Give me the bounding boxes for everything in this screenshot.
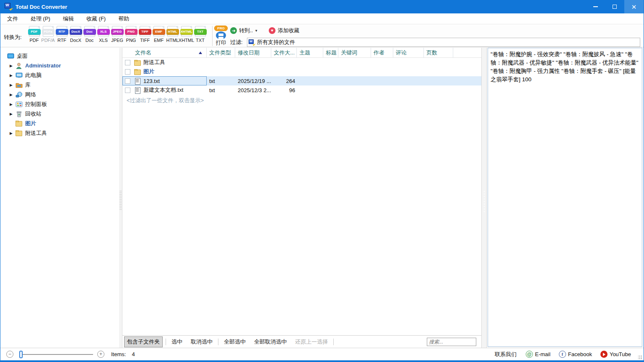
menu-favorites[interactable]: 收藏 (F) xyxy=(86,15,106,23)
tree-item-desktop[interactable]: ▶ 桌面 xyxy=(0,51,119,61)
selection-toolbar: 包含子文件夹 选中 取消选中 全部选中 全部取消选中 还原上一选择 xyxy=(122,335,481,348)
file-row-pictures[interactable]: 图片 xyxy=(122,67,481,76)
close-button[interactable]: ✕ xyxy=(624,0,644,13)
column-header-filename[interactable]: 文件名 xyxy=(122,48,207,58)
check-all-button[interactable]: 全部选中 xyxy=(221,337,248,347)
column-header-pages[interactable]: 页数 xyxy=(424,48,453,58)
filtered-files-note[interactable]: <过滤出了一些文件，双击显示> xyxy=(122,95,481,104)
maximize-button[interactable] xyxy=(605,0,624,13)
convert-xhtml-button[interactable]: XHTMLXHTML xyxy=(179,26,193,43)
computer-icon xyxy=(16,72,23,79)
convert-txt-button[interactable]: TXTTXT xyxy=(193,26,207,43)
convert-emf-button[interactable]: EMFEMF xyxy=(152,26,166,43)
menu-edit[interactable]: 编辑 xyxy=(63,15,74,23)
column-header-filetype[interactable]: 文件类型 xyxy=(207,48,235,58)
app-icon xyxy=(5,3,12,10)
folder-tree: ▶ 桌面 ▶ Administrator ▶ 此电脑 ▶ 库 ▶ xyxy=(0,48,119,348)
file-row-bundled-tools[interactable]: 附送工具 xyxy=(122,58,481,67)
text-file-icon xyxy=(134,87,141,93)
tiff-icon: TIFF xyxy=(139,29,151,35)
zoom-in-icon[interactable]: + xyxy=(97,351,104,358)
filter-combobox[interactable]: 所有支持的文件 xyxy=(247,38,640,47)
facebook-link[interactable]: fFacebook xyxy=(559,351,592,358)
column-header-comments[interactable]: 评论 xyxy=(393,48,424,58)
convert-rtf-button[interactable]: RTFRTF xyxy=(55,26,69,43)
window-bottom-border xyxy=(0,360,644,362)
convert-html-button[interactable]: HTMLHTML xyxy=(166,26,179,43)
print-button[interactable]: PRO 打印 xyxy=(214,26,228,47)
column-header-filesize[interactable]: 文件大... xyxy=(271,48,297,58)
desktop-icon xyxy=(7,53,14,59)
menu-file[interactable]: 文件 xyxy=(7,15,18,23)
png-icon: PNG xyxy=(125,29,138,35)
contact-us-link[interactable]: 联系我们 xyxy=(495,351,517,358)
items-count: 4 xyxy=(132,351,135,357)
minimize-button[interactable] xyxy=(586,0,605,13)
items-label: Items: xyxy=(111,351,126,357)
right-splitter[interactable] xyxy=(481,48,487,348)
column-header-author[interactable]: 作者 xyxy=(371,48,393,58)
tree-item-administrator[interactable]: ▶ Administrator xyxy=(0,61,119,70)
column-header-subject[interactable]: 主题 xyxy=(297,48,323,58)
resize-grip[interactable] xyxy=(638,355,642,359)
convert-png-button[interactable]: PNGPNG xyxy=(124,26,138,43)
menu-help[interactable]: 帮助 xyxy=(118,15,129,23)
network-icon xyxy=(16,91,23,98)
folder-icon xyxy=(134,59,141,66)
toolbar: 转换为: PDFPDF PDFaPDF/A RTFRTF DocXDocX Do… xyxy=(0,24,644,47)
app-window: Total Doc Converter ✕ 文件 处理 (P) 编辑 收藏 (F… xyxy=(0,0,644,362)
xls-icon: XLS xyxy=(97,29,110,35)
column-header-filler xyxy=(453,48,481,58)
row-checkbox[interactable] xyxy=(125,78,130,84)
zoom-out-icon[interactable]: − xyxy=(6,351,13,358)
tree-item-control-panel[interactable]: ▶ 控制面板 xyxy=(0,99,119,109)
youtube-icon xyxy=(600,351,608,358)
left-splitter[interactable] xyxy=(119,48,122,348)
status-bar: − + Items: 4 联系我们 @E-mail fFacebook YouT… xyxy=(0,348,644,362)
menu-process[interactable]: 处理 (P) xyxy=(31,15,50,23)
tree-item-bundled-tools[interactable]: ▶ 附送工具 xyxy=(0,128,119,138)
filter-label: 过滤: xyxy=(230,39,243,46)
youtube-link[interactable]: YouTube xyxy=(600,351,631,358)
rtf-icon: RTF xyxy=(56,29,68,35)
goto-dropdown-caret[interactable]: ▼ xyxy=(254,29,258,33)
facebook-icon: f xyxy=(559,351,566,358)
uncheck-button[interactable]: 取消选中 xyxy=(188,337,215,347)
convert-jpeg-button[interactable]: JPEGJPEG xyxy=(110,26,124,43)
html-icon: HTML xyxy=(166,29,179,35)
row-checkbox[interactable] xyxy=(125,69,130,75)
preview-pane: "卷轴：附魔护腕 - 强效突袭" "卷轴：附魔披风 - 急速" "卷轴：附魔武器… xyxy=(488,48,642,347)
zoom-slider-handle[interactable] xyxy=(19,351,23,358)
goto-button[interactable]: ➜ 转到.. ▼ xyxy=(230,27,258,34)
convert-tiff-button[interactable]: TIFFTIFF xyxy=(138,26,152,43)
row-checkbox[interactable] xyxy=(125,60,130,65)
pro-badge: PRO xyxy=(214,26,227,31)
tree-item-libraries[interactable]: ▶ 库 xyxy=(0,80,119,90)
convert-pdf-button[interactable]: PDFPDF xyxy=(27,26,41,43)
tree-item-this-pc[interactable]: ▶ 此电脑 xyxy=(0,70,119,80)
xhtml-icon: XHTML xyxy=(180,29,193,35)
tree-item-pictures[interactable]: 图片 xyxy=(0,119,119,128)
tree-item-recycle-bin[interactable]: ▶ 回收站 xyxy=(0,109,119,119)
convert-xls-button[interactable]: XLSXLS xyxy=(96,26,110,43)
email-icon: @ xyxy=(526,351,533,358)
convert-docx-button[interactable]: DocXDocX xyxy=(69,26,83,43)
email-link[interactable]: @E-mail xyxy=(526,351,551,358)
column-header-title[interactable]: 标题 xyxy=(323,48,338,58)
recycle-bin-icon xyxy=(16,111,23,117)
zoom-slider[interactable] xyxy=(19,351,93,358)
uncheck-all-button[interactable]: 全部取消选中 xyxy=(252,337,289,347)
convert-doc-button[interactable]: DocDoc xyxy=(83,26,96,43)
file-row-new-text-doc[interactable]: 新建文本文档.txt txt 2025/12/3 2... 96 xyxy=(122,85,481,95)
search-input[interactable] xyxy=(427,338,476,346)
row-checkbox[interactable] xyxy=(125,88,130,93)
column-header-keywords[interactable]: 关键词 xyxy=(338,48,371,58)
include-subfolders-button[interactable]: 包含子文件夹 xyxy=(124,336,163,347)
add-favorite-button[interactable]: ♥ 添加收藏 xyxy=(269,27,299,34)
column-header-modified[interactable]: 修改日期 xyxy=(235,48,271,58)
tree-item-network[interactable]: ▶ 网络 xyxy=(0,90,119,99)
check-button[interactable]: 选中 xyxy=(169,337,185,347)
doc-icon: Doc xyxy=(83,29,96,35)
pdfa-icon: PDFa xyxy=(42,29,55,35)
file-row-123-txt[interactable]: 123.txt txt 2025/12/19 ... 264 xyxy=(122,76,481,85)
